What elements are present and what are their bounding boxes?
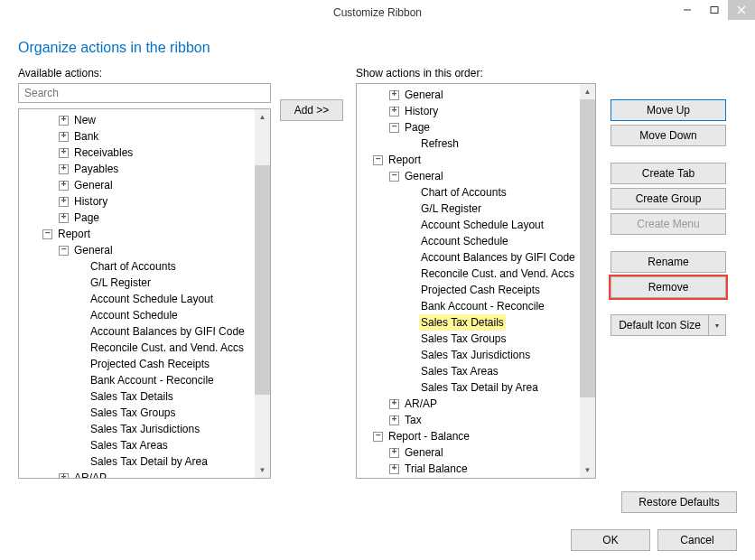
tree-row[interactable]: Sales Tax Detail by Area xyxy=(360,379,595,396)
tree-row[interactable]: Sales Tax Groups xyxy=(23,405,270,421)
tree-row[interactable]: Projected Cash Receipts xyxy=(23,356,270,372)
tree-row[interactable]: +General xyxy=(23,177,270,193)
tree-row[interactable]: Account Schedule xyxy=(360,233,595,249)
tree-row[interactable]: −Report xyxy=(360,152,595,168)
tree-row[interactable]: G/L Register xyxy=(23,275,270,291)
available-actions-tree[interactable]: +New+Bank+Receivables+Payables+General+H… xyxy=(18,108,271,479)
collapse-icon[interactable]: − xyxy=(389,172,399,182)
tree-row[interactable]: +Trial Balance xyxy=(360,461,595,477)
tree-row[interactable]: +Payables xyxy=(23,161,270,177)
tree-row[interactable]: Account Balances by GIFI Code xyxy=(360,249,595,266)
create-menu-button[interactable]: Create Menu xyxy=(611,213,726,235)
tree-node-label: Account Schedule xyxy=(89,307,180,323)
tree-row[interactable]: Sales Tax Jurisdictions xyxy=(360,347,595,363)
tree-row[interactable]: −Page xyxy=(360,119,595,135)
tree-row[interactable]: +History xyxy=(23,193,270,210)
expand-icon[interactable]: + xyxy=(389,415,399,425)
tree-row[interactable]: +Receivables xyxy=(23,145,270,161)
tree-node-label: Report xyxy=(387,152,423,168)
remove-button[interactable]: Remove xyxy=(611,276,726,298)
move-down-button[interactable]: Move Down xyxy=(611,125,726,146)
tree-node-label: G/L Register xyxy=(419,201,483,217)
tree-row[interactable]: +New xyxy=(23,112,270,128)
tree-node-label: Refresh xyxy=(419,135,461,152)
scrollbar[interactable]: ▲ ▼ xyxy=(255,109,270,478)
expand-icon[interactable]: + xyxy=(389,107,399,117)
collapse-icon[interactable]: − xyxy=(373,432,383,442)
tree-row[interactable]: Sales Tax Areas xyxy=(23,437,270,453)
scroll-up-icon[interactable]: ▲ xyxy=(255,109,270,125)
expand-icon[interactable]: + xyxy=(59,197,69,207)
tree-row[interactable]: Sales Tax Jurisdictions xyxy=(23,421,270,437)
add-button[interactable]: Add >> xyxy=(280,99,343,121)
expand-icon[interactable]: + xyxy=(389,399,399,409)
tree-row[interactable]: Sales Tax Detail by Area xyxy=(23,453,270,470)
tree-row[interactable]: Sales Tax Details xyxy=(360,314,595,331)
expand-icon[interactable]: + xyxy=(59,148,69,158)
maximize-button[interactable] xyxy=(701,0,728,20)
rename-button[interactable]: Rename xyxy=(611,251,726,273)
tree-row[interactable]: Account Schedule xyxy=(23,307,270,323)
tree-node-label: General xyxy=(403,168,445,184)
tree-row[interactable]: +History xyxy=(360,103,595,119)
tree-row[interactable]: −General xyxy=(23,242,270,258)
expand-icon[interactable]: + xyxy=(59,164,69,174)
tree-row[interactable]: Reconcile Cust. and Vend. Accs xyxy=(23,340,270,356)
cancel-button[interactable]: Cancel xyxy=(657,529,737,551)
scroll-down-icon[interactable]: ▼ xyxy=(255,462,270,478)
tree-row[interactable]: Chart of Accounts xyxy=(23,258,270,275)
expand-icon[interactable]: + xyxy=(59,181,69,191)
tree-row[interactable]: Sales Tax Areas xyxy=(360,363,595,379)
tree-row[interactable]: −Report xyxy=(23,226,270,242)
close-button[interactable] xyxy=(728,0,755,20)
show-actions-tree[interactable]: +General+History−PageRefresh−Report−Gene… xyxy=(356,83,596,479)
restore-defaults-button[interactable]: Restore Defaults xyxy=(621,491,737,513)
create-group-button[interactable]: Create Group xyxy=(611,188,726,210)
tree-row[interactable]: Account Schedule Layout xyxy=(23,291,270,307)
tree-row[interactable]: +General xyxy=(360,87,595,103)
tree-row[interactable]: Bank Account - Reconcile xyxy=(360,298,595,314)
create-tab-button[interactable]: Create Tab xyxy=(611,163,726,184)
tree-row[interactable]: −General xyxy=(360,168,595,184)
collapse-icon[interactable]: − xyxy=(389,123,399,133)
tree-row[interactable]: +Tax xyxy=(360,412,595,428)
tree-node-label: Projected Cash Receipts xyxy=(419,282,542,298)
expand-icon[interactable]: + xyxy=(389,448,399,458)
collapse-icon[interactable]: − xyxy=(373,155,383,165)
tree-row[interactable]: +Bank xyxy=(23,128,270,145)
window-buttons xyxy=(674,0,755,20)
tree-row[interactable]: +General xyxy=(360,444,595,461)
tree-row[interactable]: −Report - Balance xyxy=(360,428,595,444)
tree-row[interactable]: Chart of Accounts xyxy=(360,184,595,201)
tree-row[interactable]: G/L Register xyxy=(360,201,595,217)
tree-row[interactable]: Projected Cash Receipts xyxy=(360,282,595,298)
icon-size-dropdown[interactable]: Default Icon Size ▾ xyxy=(611,314,726,336)
scroll-down-icon[interactable]: ▼ xyxy=(580,462,595,478)
expand-icon[interactable]: + xyxy=(389,90,399,100)
tree-node-label: History xyxy=(72,193,109,210)
minimize-button[interactable] xyxy=(674,0,701,20)
tree-row[interactable]: Bank Account - Reconcile xyxy=(23,372,270,388)
move-up-button[interactable]: Move Up xyxy=(611,99,726,121)
expand-icon[interactable]: + xyxy=(59,473,69,480)
expand-icon[interactable]: + xyxy=(59,213,69,223)
expand-icon[interactable]: + xyxy=(59,132,69,142)
tree-row[interactable]: Sales Tax Details xyxy=(23,388,270,405)
scroll-up-icon[interactable]: ▲ xyxy=(580,84,595,99)
scrollbar[interactable]: ▲ ▼ xyxy=(580,84,595,478)
tree-row[interactable]: Account Schedule Layout xyxy=(360,217,595,233)
tree-row[interactable]: Refresh xyxy=(360,135,595,152)
tree-row[interactable]: Sales Tax Groups xyxy=(360,331,595,347)
tree-row[interactable]: Reconcile Cust. and Vend. Accs xyxy=(360,266,595,282)
tree-row[interactable]: Account Balances by GIFI Code xyxy=(23,323,270,340)
tree-row[interactable]: +AR/AP xyxy=(360,396,595,412)
collapse-icon[interactable]: − xyxy=(59,246,69,256)
expand-icon[interactable]: + xyxy=(59,116,69,126)
ok-button[interactable]: OK xyxy=(571,529,650,551)
tree-node-label: AR/AP xyxy=(403,396,439,412)
search-input[interactable] xyxy=(18,83,271,103)
tree-row[interactable]: +AR/AP xyxy=(23,470,270,479)
expand-icon[interactable]: + xyxy=(389,464,399,474)
tree-row[interactable]: +Page xyxy=(23,210,270,226)
collapse-icon[interactable]: − xyxy=(42,229,52,239)
